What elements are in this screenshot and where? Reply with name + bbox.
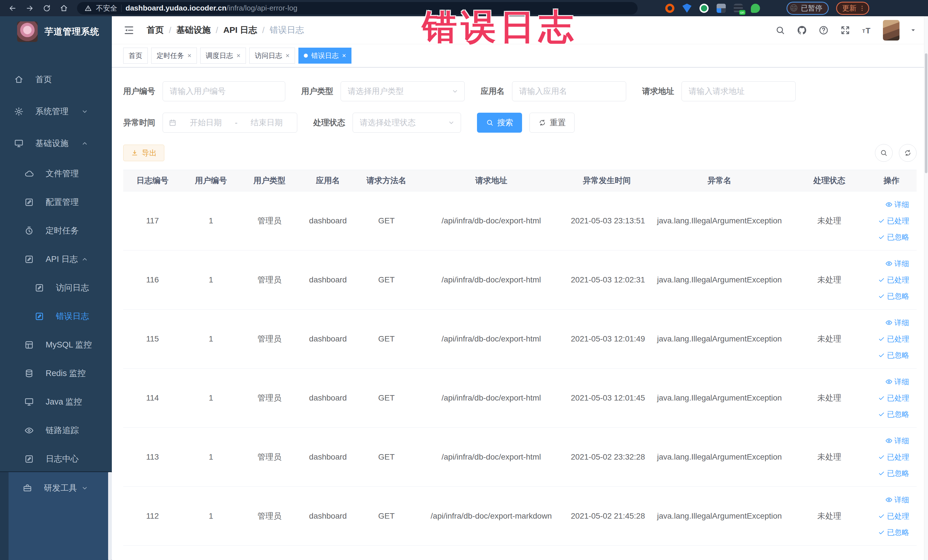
user-id-input[interactable]: [163, 82, 285, 101]
sidebar-item-首页[interactable]: 首页: [0, 64, 112, 96]
sidebar-item-Java 监控[interactable]: Java 监控: [0, 388, 112, 416]
menu-dots-icon: [859, 5, 865, 12]
extension-icon-white-pinwheel[interactable]: [767, 3, 778, 14]
cell-app: dashboard: [299, 334, 357, 343]
app-logo-block[interactable]: 芋道管理系统: [0, 16, 112, 47]
breadcrumb-item-api-log[interactable]: API 日志: [223, 24, 257, 36]
breadcrumb-item-infra[interactable]: 基础设施: [176, 24, 211, 36]
extension-icon-green-sprout[interactable]: [750, 3, 761, 14]
extension-icon-green-v[interactable]: [699, 3, 710, 14]
close-icon[interactable]: ×: [285, 52, 290, 59]
action-已忽略-link[interactable]: 已忽略: [878, 409, 909, 420]
sidebar-item-错误日志[interactable]: 错误日志: [0, 302, 112, 331]
cell-user_type: 管理员: [240, 215, 299, 226]
sidebar-item-Redis 监控[interactable]: Redis 监控: [0, 359, 112, 388]
address-bar[interactable]: 不安全 dashboard.yudao.iocoder.cn/infra/log…: [77, 2, 638, 15]
reset-button[interactable]: 重置: [530, 113, 575, 133]
user-avatar[interactable]: [883, 20, 899, 41]
request-url-input[interactable]: [682, 82, 795, 101]
export-button[interactable]: 导出: [123, 145, 164, 161]
sidebar-item-基础设施[interactable]: 基础设施: [0, 128, 112, 159]
browser-update-menu-button[interactable]: 更新: [836, 2, 869, 15]
action-已处理-link[interactable]: 已处理: [878, 393, 909, 403]
page-scrollbar[interactable]: [924, 16, 928, 560]
action-已处理-link[interactable]: 已处理: [878, 452, 909, 462]
action-已忽略-link[interactable]: 已忽略: [878, 468, 909, 478]
sidebar-item-链路追踪[interactable]: 链路追踪: [0, 416, 112, 445]
action-详细-link[interactable]: 详细: [885, 495, 909, 505]
action-已处理-link[interactable]: 已处理: [878, 511, 909, 521]
action-详细-link[interactable]: 详细: [885, 436, 909, 446]
search-icon[interactable]: [774, 24, 786, 36]
sidebar-item-系统管理[interactable]: 系统管理: [0, 96, 112, 128]
tab-访问日志[interactable]: 访问日志×: [249, 48, 295, 64]
sidebar-item-配置管理[interactable]: 配置管理: [0, 188, 112, 217]
extension-icon-blue-shield[interactable]: [682, 3, 692, 14]
page-scrollbar-thumb[interactable]: [925, 53, 927, 173]
search-button[interactable]: 搜索: [477, 113, 522, 133]
action-已处理-link[interactable]: 已处理: [878, 275, 909, 285]
date-range-picker[interactable]: 开始日期 - 结束日期: [163, 113, 297, 133]
close-icon[interactable]: ×: [188, 52, 191, 59]
tab-错误日志[interactable]: 错误日志×: [298, 48, 351, 64]
extension-icon-on-badge[interactable]: on: [733, 3, 744, 14]
app-name-input[interactable]: [512, 82, 626, 101]
cell-id: 115: [123, 334, 182, 343]
sidebar-item-API 日志[interactable]: API 日志: [0, 245, 112, 273]
refresh-table-button[interactable]: [899, 144, 917, 162]
sidebar-item-label: 基础设施: [35, 138, 69, 149]
close-icon[interactable]: ×: [237, 52, 241, 59]
sidebar-item-文件管理[interactable]: 文件管理: [0, 159, 112, 188]
browser-reload-button[interactable]: [40, 2, 54, 15]
eye-icon: [885, 201, 893, 208]
tab-label: 首页: [129, 51, 142, 60]
cell-time: 2021-05-03 23:13:51: [567, 216, 647, 225]
user-type-select[interactable]: [340, 81, 465, 101]
caret-down-icon[interactable]: [910, 27, 917, 34]
process-status-select-input[interactable]: [353, 113, 461, 132]
cell-user_type: 管理员: [240, 452, 299, 462]
toggle-search-button[interactable]: [875, 144, 893, 162]
breadcrumb-item-home[interactable]: 首页: [147, 24, 164, 36]
hamburger-icon[interactable]: [123, 24, 135, 36]
tab-label: 定时任务: [157, 51, 184, 60]
action-已忽略-link[interactable]: 已忽略: [878, 232, 909, 242]
font-size-icon[interactable]: TT: [861, 24, 873, 36]
process-status-select[interactable]: [353, 113, 461, 133]
action-已处理-link[interactable]: 已处理: [878, 216, 909, 226]
action-已忽略-link[interactable]: 已忽略: [878, 291, 909, 301]
sidebar-item-MySQL 监控[interactable]: MySQL 监控: [0, 331, 112, 359]
sidebar-scrollbar[interactable]: [108, 472, 112, 560]
briefcase-icon: [22, 483, 32, 493]
sidebar-item-访问日志[interactable]: 访问日志: [0, 273, 112, 302]
action-详细-link[interactable]: 详细: [885, 259, 909, 269]
tab-首页[interactable]: 首页: [123, 48, 148, 64]
sidebar-item-label: 错误日志: [56, 311, 89, 322]
bookmark-star-icon[interactable]: [647, 3, 658, 14]
help-icon[interactable]: [818, 24, 829, 36]
sidebar-item-label: 配置管理: [46, 197, 79, 208]
action-详细-link[interactable]: 详细: [885, 377, 909, 387]
browser-forward-button[interactable]: [22, 2, 37, 15]
browser-back-button[interactable]: [5, 2, 20, 15]
extension-icon-orange[interactable]: [664, 3, 675, 14]
browser-profile-paused-button[interactable]: 😄 已暂停: [786, 2, 829, 15]
browser-home-button[interactable]: [56, 2, 71, 15]
cell-user_type: 管理员: [240, 275, 299, 285]
action-已处理-link[interactable]: 已处理: [878, 334, 909, 344]
github-icon[interactable]: [796, 24, 807, 36]
tab-定时任务[interactable]: 定时任务×: [151, 48, 197, 64]
grid-icon: [24, 340, 34, 350]
extension-icon-grid-drop[interactable]: [716, 3, 727, 14]
user-type-select-input[interactable]: [341, 82, 464, 101]
tab-调度日志[interactable]: 调度日志×: [200, 48, 246, 64]
action-详细-link[interactable]: 详细: [885, 318, 909, 328]
sidebar-item-研发工具[interactable]: 研发工具: [9, 472, 112, 504]
close-icon[interactable]: ×: [342, 52, 346, 59]
action-已忽略-link[interactable]: 已忽略: [878, 350, 909, 360]
action-已忽略-link[interactable]: 已忽略: [878, 528, 909, 537]
action-详细-link[interactable]: 详细: [885, 200, 909, 210]
fullscreen-icon[interactable]: [839, 24, 851, 36]
sidebar-item-定时任务[interactable]: 定时任务: [0, 217, 112, 245]
sidebar-item-日志中心[interactable]: 日志中心: [0, 445, 112, 473]
